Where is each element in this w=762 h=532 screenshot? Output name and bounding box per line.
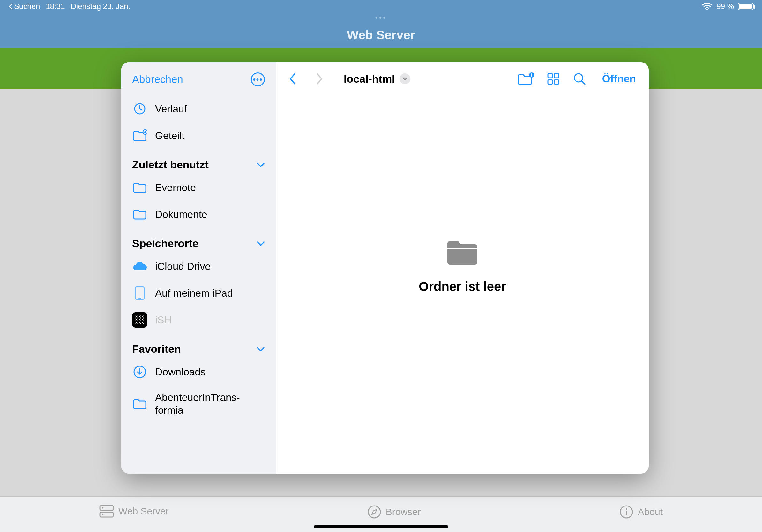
svg-point-0	[707, 9, 708, 10]
ipad-icon	[134, 286, 145, 300]
sidebar-item-label: Dokumente	[155, 209, 265, 220]
sidebar-item-ish[interactable]: iSH	[121, 306, 276, 333]
more-options-button[interactable]: •••	[251, 72, 265, 87]
sidebar-item-documents[interactable]: Dokumente	[121, 201, 276, 228]
svg-rect-21	[447, 247, 477, 249]
sidebar-item-label: Geteilt	[155, 130, 265, 142]
ellipsis-icon: •••	[253, 75, 263, 84]
sidebar-item-icloud-drive[interactable]: iCloud Drive	[121, 253, 276, 280]
folder-icon	[132, 181, 147, 194]
sidebar-item-downloads[interactable]: Downloads	[121, 359, 276, 385]
svg-point-3	[102, 507, 104, 508]
wifi-icon	[702, 3, 713, 10]
server-icon	[99, 505, 114, 518]
section-header-locations[interactable]: Speicherorte	[121, 228, 276, 253]
status-date: Dienstag 23. Jan.	[70, 2, 130, 11]
picker-main: local-html	[276, 62, 649, 474]
sidebar-item-label: iSH	[155, 314, 265, 326]
sidebar-item-label: Evernote	[155, 182, 265, 194]
svg-rect-13	[138, 298, 141, 299]
folder-icon	[132, 208, 147, 220]
file-picker: Abbrechen ••• Verlauf	[121, 62, 649, 474]
chevron-down-icon	[257, 241, 265, 246]
folder-icon	[132, 398, 147, 410]
battery-icon	[738, 3, 754, 10]
app-header: ••• Web Server	[0, 13, 762, 48]
status-time: 18:31	[45, 2, 65, 11]
sidebar-item-label: Auf meinem iPad	[155, 287, 265, 299]
tab-web-server[interactable]: Web Server	[99, 505, 169, 518]
sidebar-item-abenteuer[interactable]: AbenteuerInTrans- formia	[121, 385, 276, 422]
section-title: Zuletzt benutzt	[132, 159, 209, 171]
sidebar-item-label: AbenteuerInTrans- formia	[155, 391, 265, 417]
svg-point-10	[143, 130, 147, 134]
empty-state-message: Ordner ist leer	[419, 279, 506, 294]
chevron-down-icon	[257, 347, 265, 352]
empty-folder-icon	[445, 237, 480, 267]
svg-point-11	[145, 131, 146, 132]
tab-label: Browser	[386, 506, 421, 517]
chevron-down-icon	[257, 162, 265, 167]
svg-point-7	[625, 508, 627, 510]
section-header-favorites[interactable]: Favoriten	[121, 333, 276, 359]
icloud-icon	[132, 261, 147, 272]
empty-state: Ordner ist leer	[276, 76, 649, 454]
sidebar-item-label: Verlauf	[155, 103, 265, 115]
sidebar-item-history[interactable]: Verlauf	[121, 96, 276, 122]
tab-label: Web Server	[118, 506, 169, 517]
compass-icon	[367, 505, 381, 519]
svg-rect-12	[135, 287, 144, 299]
multitasking-dots-icon[interactable]: •••	[0, 13, 762, 22]
svg-rect-2	[100, 512, 113, 517]
tab-about[interactable]: About	[619, 505, 663, 519]
status-bar: Suchen 18:31 Dienstag 23. Jan. 99 %	[0, 0, 762, 13]
clock-icon	[133, 102, 146, 115]
shared-folder-icon	[132, 129, 147, 142]
svg-rect-8	[626, 511, 627, 515]
battery-percent: 99 %	[717, 2, 734, 11]
ish-app-icon	[132, 312, 147, 328]
svg-point-5	[368, 506, 380, 518]
sidebar-item-on-my-ipad[interactable]: Auf meinem iPad	[121, 280, 276, 306]
section-title: Favoriten	[132, 343, 181, 355]
info-icon	[619, 505, 634, 519]
svg-point-4	[102, 514, 104, 515]
caret-left-icon	[8, 3, 13, 10]
app-title: Web Server	[0, 28, 762, 42]
back-to-app-label: Suchen	[14, 2, 40, 11]
section-header-recent[interactable]: Zuletzt benutzt	[121, 149, 276, 174]
picker-sidebar: Abbrechen ••• Verlauf	[121, 62, 276, 474]
tab-label: About	[638, 506, 663, 517]
section-title: Speicherorte	[132, 237, 198, 250]
sidebar-item-label: iCloud Drive	[155, 261, 265, 272]
sidebar-item-shared[interactable]: Geteilt	[121, 122, 276, 149]
bottom-tab-bar: Web Server Browser About	[0, 496, 762, 532]
svg-rect-1	[100, 505, 113, 510]
sidebar-item-evernote[interactable]: Evernote	[121, 174, 276, 201]
download-circle-icon	[133, 365, 146, 378]
back-to-app[interactable]: Suchen	[8, 2, 40, 11]
cancel-button[interactable]: Abbrechen	[132, 73, 183, 86]
sidebar-item-label: Downloads	[155, 366, 265, 378]
home-indicator[interactable]	[314, 525, 448, 528]
tab-browser[interactable]: Browser	[367, 505, 421, 519]
